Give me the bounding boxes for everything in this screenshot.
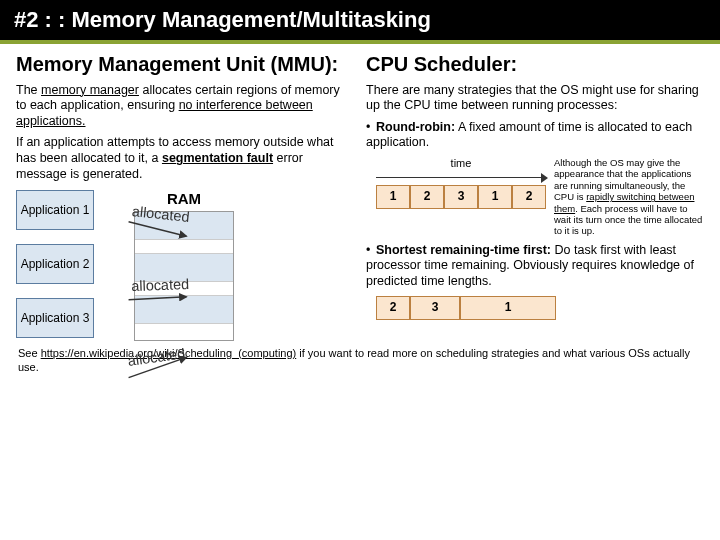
ram-box (134, 211, 234, 341)
ram-segment (135, 296, 233, 324)
time-axis (376, 173, 546, 183)
footer-note: See https://en.wikipedia.org/wiki/Schedu… (0, 345, 720, 375)
application-boxes: Application 1 Application 2 Application … (16, 190, 94, 338)
right-column: CPU Scheduler: There are many strategies… (366, 50, 704, 342)
ram-segment (135, 324, 233, 340)
srt-bullet: •Shortest remaining-time first: Do task … (366, 243, 704, 290)
app-box: Application 2 (16, 244, 94, 284)
ram-segment (135, 212, 233, 240)
rr-cell: 2 (410, 185, 444, 209)
slide-title: #2 : : Memory Management/Multitasking (0, 0, 720, 44)
ram-segment (135, 254, 233, 282)
srt-cell: 3 (410, 296, 460, 320)
mmu-heading: Memory Management Unit (MMU): (16, 52, 348, 77)
round-robin-bullet: •Round-robin: A fixed amount of time is … (366, 120, 704, 151)
slide-body: Memory Management Unit (MMU): The memory… (0, 44, 720, 346)
srt-timeline: 2 3 1 (376, 296, 704, 320)
mmu-paragraph-2: If an application attempts to access mem… (16, 135, 348, 182)
app-box: Application 3 (16, 298, 94, 338)
ram-segment (135, 240, 233, 254)
rr-cell: 3 (444, 185, 478, 209)
ram-diagram: Application 1 Application 2 Application … (16, 190, 348, 341)
rr-cell: 1 (376, 185, 410, 209)
srt-cell: 2 (376, 296, 410, 320)
app-box: Application 1 (16, 190, 94, 230)
footer-link[interactable]: https://en.wikipedia.org/wiki/Scheduling… (41, 347, 297, 359)
mmu-paragraph-1: The memory manager allocates certain reg… (16, 83, 348, 130)
ram-label: RAM (134, 190, 234, 209)
ram-column: RAM (134, 190, 234, 341)
left-column: Memory Management Unit (MMU): The memory… (16, 50, 348, 342)
rr-cell: 2 (512, 185, 546, 209)
srt-cell: 1 (460, 296, 556, 320)
round-robin-aside: Although the OS may give the appearance … (554, 157, 704, 237)
scheduler-intro: There are many strategies that the OS mi… (366, 83, 704, 114)
scheduler-heading: CPU Scheduler: (366, 52, 704, 77)
round-robin-timeline: time 1 2 3 1 2 Although the OS may give … (366, 157, 704, 237)
time-label: time (376, 157, 546, 171)
rr-cells: 1 2 3 1 2 (376, 185, 546, 209)
rr-cell: 1 (478, 185, 512, 209)
ram-segment (135, 282, 233, 296)
